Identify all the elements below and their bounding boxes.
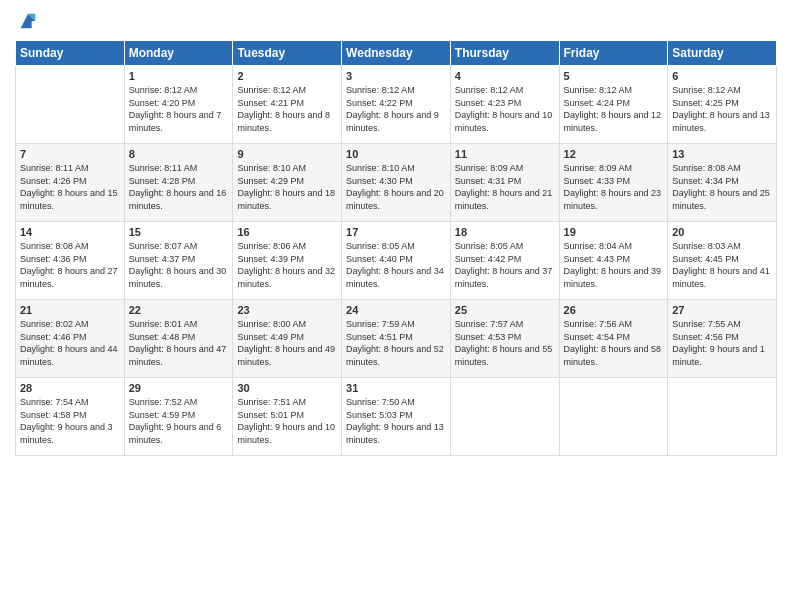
day-info: Sunrise: 8:12 AMSunset: 4:21 PMDaylight:… xyxy=(237,84,337,134)
calendar-cell: 14Sunrise: 8:08 AMSunset: 4:36 PMDayligh… xyxy=(16,222,125,300)
calendar-cell: 8Sunrise: 8:11 AMSunset: 4:28 PMDaylight… xyxy=(124,144,233,222)
calendar-cell: 25Sunrise: 7:57 AMSunset: 4:53 PMDayligh… xyxy=(450,300,559,378)
calendar-cell xyxy=(559,378,668,456)
calendar-cell: 23Sunrise: 8:00 AMSunset: 4:49 PMDayligh… xyxy=(233,300,342,378)
day-number: 17 xyxy=(346,226,446,238)
day-number: 11 xyxy=(455,148,555,160)
day-number: 2 xyxy=(237,70,337,82)
day-info: Sunrise: 8:02 AMSunset: 4:46 PMDaylight:… xyxy=(20,318,120,368)
day-info: Sunrise: 8:10 AMSunset: 4:29 PMDaylight:… xyxy=(237,162,337,212)
day-number: 27 xyxy=(672,304,772,316)
header-cell: Sunday xyxy=(16,41,125,66)
calendar-cell: 16Sunrise: 8:06 AMSunset: 4:39 PMDayligh… xyxy=(233,222,342,300)
calendar-cell: 6Sunrise: 8:12 AMSunset: 4:25 PMDaylight… xyxy=(668,66,777,144)
logo-icon xyxy=(17,10,39,32)
day-number: 7 xyxy=(20,148,120,160)
calendar-cell: 17Sunrise: 8:05 AMSunset: 4:40 PMDayligh… xyxy=(342,222,451,300)
day-info: Sunrise: 8:12 AMSunset: 4:24 PMDaylight:… xyxy=(564,84,664,134)
header-cell: Wednesday xyxy=(342,41,451,66)
day-info: Sunrise: 8:12 AMSunset: 4:22 PMDaylight:… xyxy=(346,84,446,134)
day-info: Sunrise: 8:10 AMSunset: 4:30 PMDaylight:… xyxy=(346,162,446,212)
day-info: Sunrise: 8:04 AMSunset: 4:43 PMDaylight:… xyxy=(564,240,664,290)
calendar-cell: 18Sunrise: 8:05 AMSunset: 4:42 PMDayligh… xyxy=(450,222,559,300)
day-number: 22 xyxy=(129,304,229,316)
calendar-week-row: 14Sunrise: 8:08 AMSunset: 4:36 PMDayligh… xyxy=(16,222,777,300)
day-info: Sunrise: 8:06 AMSunset: 4:39 PMDaylight:… xyxy=(237,240,337,290)
day-info: Sunrise: 8:11 AMSunset: 4:26 PMDaylight:… xyxy=(20,162,120,212)
calendar-cell: 20Sunrise: 8:03 AMSunset: 4:45 PMDayligh… xyxy=(668,222,777,300)
day-number: 28 xyxy=(20,382,120,394)
day-number: 16 xyxy=(237,226,337,238)
day-number: 10 xyxy=(346,148,446,160)
day-number: 1 xyxy=(129,70,229,82)
page-container: SundayMondayTuesdayWednesdayThursdayFrid… xyxy=(0,0,792,466)
calendar-cell: 4Sunrise: 8:12 AMSunset: 4:23 PMDaylight… xyxy=(450,66,559,144)
day-info: Sunrise: 7:50 AMSunset: 5:03 PMDaylight:… xyxy=(346,396,446,446)
calendar-week-row: 21Sunrise: 8:02 AMSunset: 4:46 PMDayligh… xyxy=(16,300,777,378)
day-number: 9 xyxy=(237,148,337,160)
day-number: 13 xyxy=(672,148,772,160)
day-info: Sunrise: 8:05 AMSunset: 4:42 PMDaylight:… xyxy=(455,240,555,290)
header-area xyxy=(15,10,777,32)
day-number: 23 xyxy=(237,304,337,316)
calendar-cell: 30Sunrise: 7:51 AMSunset: 5:01 PMDayligh… xyxy=(233,378,342,456)
calendar-cell: 10Sunrise: 8:10 AMSunset: 4:30 PMDayligh… xyxy=(342,144,451,222)
day-number: 18 xyxy=(455,226,555,238)
calendar-cell: 22Sunrise: 8:01 AMSunset: 4:48 PMDayligh… xyxy=(124,300,233,378)
header-cell: Tuesday xyxy=(233,41,342,66)
day-number: 4 xyxy=(455,70,555,82)
day-info: Sunrise: 7:57 AMSunset: 4:53 PMDaylight:… xyxy=(455,318,555,368)
header-cell: Friday xyxy=(559,41,668,66)
day-info: Sunrise: 7:51 AMSunset: 5:01 PMDaylight:… xyxy=(237,396,337,446)
day-info: Sunrise: 7:55 AMSunset: 4:56 PMDaylight:… xyxy=(672,318,772,368)
day-number: 3 xyxy=(346,70,446,82)
day-number: 20 xyxy=(672,226,772,238)
day-number: 21 xyxy=(20,304,120,316)
header-row: SundayMondayTuesdayWednesdayThursdayFrid… xyxy=(16,41,777,66)
calendar-cell: 27Sunrise: 7:55 AMSunset: 4:56 PMDayligh… xyxy=(668,300,777,378)
logo xyxy=(15,10,39,32)
calendar-cell: 26Sunrise: 7:56 AMSunset: 4:54 PMDayligh… xyxy=(559,300,668,378)
calendar-cell: 7Sunrise: 8:11 AMSunset: 4:26 PMDaylight… xyxy=(16,144,125,222)
day-info: Sunrise: 8:08 AMSunset: 4:34 PMDaylight:… xyxy=(672,162,772,212)
day-number: 19 xyxy=(564,226,664,238)
calendar-cell: 5Sunrise: 8:12 AMSunset: 4:24 PMDaylight… xyxy=(559,66,668,144)
day-number: 6 xyxy=(672,70,772,82)
day-info: Sunrise: 8:09 AMSunset: 4:31 PMDaylight:… xyxy=(455,162,555,212)
day-info: Sunrise: 8:12 AMSunset: 4:23 PMDaylight:… xyxy=(455,84,555,134)
calendar-cell: 3Sunrise: 8:12 AMSunset: 4:22 PMDaylight… xyxy=(342,66,451,144)
calendar-cell: 19Sunrise: 8:04 AMSunset: 4:43 PMDayligh… xyxy=(559,222,668,300)
day-number: 26 xyxy=(564,304,664,316)
day-info: Sunrise: 8:12 AMSunset: 4:20 PMDaylight:… xyxy=(129,84,229,134)
day-number: 31 xyxy=(346,382,446,394)
day-info: Sunrise: 7:52 AMSunset: 4:59 PMDaylight:… xyxy=(129,396,229,446)
day-info: Sunrise: 7:56 AMSunset: 4:54 PMDaylight:… xyxy=(564,318,664,368)
day-number: 5 xyxy=(564,70,664,82)
calendar-week-row: 7Sunrise: 8:11 AMSunset: 4:26 PMDaylight… xyxy=(16,144,777,222)
day-info: Sunrise: 8:01 AMSunset: 4:48 PMDaylight:… xyxy=(129,318,229,368)
day-number: 15 xyxy=(129,226,229,238)
day-info: Sunrise: 8:00 AMSunset: 4:49 PMDaylight:… xyxy=(237,318,337,368)
calendar-cell xyxy=(16,66,125,144)
calendar-cell: 9Sunrise: 8:10 AMSunset: 4:29 PMDaylight… xyxy=(233,144,342,222)
calendar-cell: 13Sunrise: 8:08 AMSunset: 4:34 PMDayligh… xyxy=(668,144,777,222)
header-cell: Saturday xyxy=(668,41,777,66)
calendar-week-row: 28Sunrise: 7:54 AMSunset: 4:58 PMDayligh… xyxy=(16,378,777,456)
header-cell: Monday xyxy=(124,41,233,66)
calendar-cell: 21Sunrise: 8:02 AMSunset: 4:46 PMDayligh… xyxy=(16,300,125,378)
calendar-cell xyxy=(668,378,777,456)
day-info: Sunrise: 8:09 AMSunset: 4:33 PMDaylight:… xyxy=(564,162,664,212)
day-number: 24 xyxy=(346,304,446,316)
day-info: Sunrise: 8:08 AMSunset: 4:36 PMDaylight:… xyxy=(20,240,120,290)
calendar-cell: 12Sunrise: 8:09 AMSunset: 4:33 PMDayligh… xyxy=(559,144,668,222)
calendar-cell: 2Sunrise: 8:12 AMSunset: 4:21 PMDaylight… xyxy=(233,66,342,144)
calendar-cell: 11Sunrise: 8:09 AMSunset: 4:31 PMDayligh… xyxy=(450,144,559,222)
calendar-cell: 29Sunrise: 7:52 AMSunset: 4:59 PMDayligh… xyxy=(124,378,233,456)
day-info: Sunrise: 8:03 AMSunset: 4:45 PMDaylight:… xyxy=(672,240,772,290)
calendar-cell: 28Sunrise: 7:54 AMSunset: 4:58 PMDayligh… xyxy=(16,378,125,456)
calendar-cell: 1Sunrise: 8:12 AMSunset: 4:20 PMDaylight… xyxy=(124,66,233,144)
day-info: Sunrise: 7:59 AMSunset: 4:51 PMDaylight:… xyxy=(346,318,446,368)
day-number: 30 xyxy=(237,382,337,394)
calendar-table: SundayMondayTuesdayWednesdayThursdayFrid… xyxy=(15,40,777,456)
day-number: 14 xyxy=(20,226,120,238)
